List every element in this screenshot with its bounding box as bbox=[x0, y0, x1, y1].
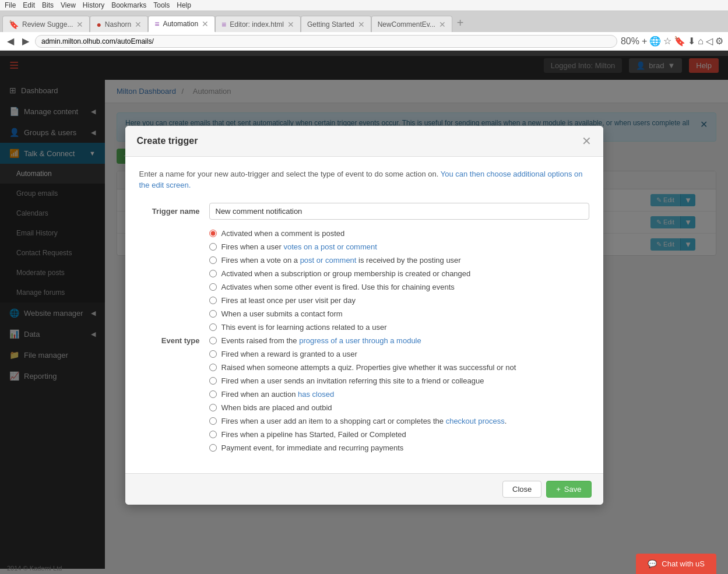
zoom-plus[interactable]: + bbox=[642, 36, 647, 47]
radio-payment[interactable] bbox=[209, 444, 217, 452]
option-pipeline: Fires when a pipeline has Started, Faile… bbox=[209, 430, 589, 439]
vote-post-link[interactable]: post or comment bbox=[300, 256, 357, 265]
radio-reward-granted[interactable] bbox=[209, 350, 217, 358]
tab-add-button[interactable]: + bbox=[452, 16, 469, 30]
radio-other-event[interactable] bbox=[209, 283, 217, 291]
option-cart-checkout: Fires when a user add an item to a shopp… bbox=[209, 417, 589, 425]
tab-automation[interactable]: ≡ Automation ✕ bbox=[148, 16, 215, 32]
option-vote-received: Fires when a vote on a post or comment i… bbox=[209, 256, 589, 265]
dialog-desc-link[interactable]: You can then choose additional options o… bbox=[139, 170, 583, 190]
trigger-name-input[interactable] bbox=[209, 203, 589, 220]
option-reward-granted: Fired when a reward is granted to a user bbox=[209, 350, 589, 358]
progress-link[interactable]: progress of a user through a module bbox=[299, 336, 421, 345]
dialog-footer: Close + Save bbox=[125, 473, 603, 505]
radio-contact-form[interactable] bbox=[209, 310, 217, 318]
dialog-header: Create trigger ✕ bbox=[125, 126, 603, 157]
menu-help[interactable]: Help bbox=[177, 1, 191, 9]
tab-label-getting-started: Getting Started bbox=[307, 20, 354, 29]
label-module-progress[interactable]: Events raised from the progress of a use… bbox=[221, 336, 421, 345]
label-pipeline[interactable]: Fires when a pipeline has Started, Faile… bbox=[221, 430, 406, 439]
radio-bids-placed[interactable] bbox=[209, 404, 217, 411]
forward-button[interactable]: ▶ bbox=[20, 34, 31, 48]
dialog-title: Create trigger bbox=[137, 136, 198, 146]
label-comment-posted[interactable]: Activated when a comment is posted bbox=[221, 229, 345, 238]
label-other-event[interactable]: Activates when some other event is fired… bbox=[221, 283, 455, 291]
save-button[interactable]: + Save bbox=[546, 481, 591, 498]
tab-close-getting-started[interactable]: ✕ bbox=[358, 20, 365, 29]
tab-nashorn[interactable]: ● Nashorn ✕ bbox=[90, 16, 148, 32]
auction-link[interactable]: has closed bbox=[298, 390, 334, 399]
option-comment-posted: Activated when a comment is posted bbox=[209, 229, 589, 238]
tools-icon[interactable]: ⚙ bbox=[715, 36, 723, 47]
radio-quiz-attempt[interactable] bbox=[209, 364, 217, 371]
option-bids-placed: When bids are placed and outbid bbox=[209, 403, 589, 412]
radio-per-visit[interactable] bbox=[209, 297, 217, 304]
dialog-overlay: Create trigger ✕ Enter a name for your n… bbox=[0, 56, 728, 569]
menu-bookmarks[interactable]: Bookmarks bbox=[111, 1, 146, 9]
radio-comment-posted[interactable] bbox=[209, 230, 217, 237]
tab-review[interactable]: 🔖 Review Sugge... ✕ bbox=[2, 16, 90, 32]
checkout-link[interactable]: checkout process bbox=[446, 417, 505, 425]
star-icon[interactable]: ☆ bbox=[663, 36, 671, 47]
event-type-row: Event type Activated when a comment is p… bbox=[139, 229, 589, 452]
option-user-votes: Fires when a user votes on a post or com… bbox=[209, 242, 589, 251]
radio-auction-closed[interactable] bbox=[209, 390, 217, 398]
chat-widget[interactable]: 💬 Chat with uS bbox=[636, 554, 716, 569]
votes-link[interactable]: votes on a post or comment bbox=[283, 242, 377, 251]
tab-close-nashorn[interactable]: ✕ bbox=[135, 20, 142, 29]
label-subscription[interactable]: Activated when a subscription or group m… bbox=[221, 269, 471, 278]
option-subscription: Activated when a subscription or group m… bbox=[209, 269, 589, 278]
label-user-votes[interactable]: Fires when a user votes on a post or com… bbox=[221, 242, 377, 251]
menu-view[interactable]: View bbox=[61, 1, 76, 9]
home-icon[interactable]: ⌂ bbox=[698, 36, 704, 47]
radio-pipeline[interactable] bbox=[209, 431, 217, 438]
option-invitation: Fired when a user sends an invitation re… bbox=[209, 376, 589, 385]
tab-label-automation: Automation bbox=[163, 20, 198, 28]
label-cart-checkout[interactable]: Fires when a user add an item to a shopp… bbox=[221, 417, 507, 425]
label-quiz-attempt[interactable]: Raised when someone attempts a quiz. Pro… bbox=[221, 363, 516, 372]
radio-learning-actions[interactable] bbox=[209, 323, 217, 331]
label-reward-granted[interactable]: Fired when a reward is granted to a user bbox=[221, 350, 357, 358]
tab-close-automation[interactable]: ✕ bbox=[202, 19, 209, 29]
label-per-visit[interactable]: Fires at least once per user visit per d… bbox=[221, 296, 356, 305]
menu-edit[interactable]: Edit bbox=[23, 1, 35, 9]
label-invitation[interactable]: Fired when a user sends an invitation re… bbox=[221, 376, 484, 385]
menu-bits[interactable]: Bits bbox=[42, 1, 54, 9]
close-button[interactable]: Close bbox=[502, 481, 541, 498]
trigger-name-row: Trigger name bbox=[139, 203, 589, 220]
menu-tools[interactable]: Tools bbox=[153, 1, 170, 9]
tab-close-newcomment[interactable]: ✕ bbox=[439, 20, 446, 29]
address-input[interactable] bbox=[35, 35, 617, 48]
event-type-options: Activated when a comment is posted Fires… bbox=[209, 229, 589, 452]
share-icon[interactable]: ◁ bbox=[706, 36, 713, 47]
globe-icon: 🌐 bbox=[649, 36, 661, 47]
option-payment: Payment event, for immediate and recurri… bbox=[209, 443, 589, 452]
label-learning-actions[interactable]: This event is for learning actions relat… bbox=[221, 323, 387, 332]
tab-close-review[interactable]: ✕ bbox=[76, 20, 83, 29]
tab-newcomment[interactable]: NewCommentEv... ✕ bbox=[371, 16, 452, 32]
radio-user-votes[interactable] bbox=[209, 243, 217, 251]
tab-editor[interactable]: ≡ Editor: index.html ✕ bbox=[215, 16, 301, 32]
radio-module-progress[interactable] bbox=[209, 337, 217, 344]
label-auction-closed[interactable]: Fired when an auction has closed bbox=[221, 390, 335, 399]
back-button[interactable]: ◀ bbox=[5, 34, 16, 48]
radio-subscription[interactable] bbox=[209, 270, 217, 277]
browser-menu-bar: File Edit Bits View History Bookmarks To… bbox=[0, 0, 728, 11]
trigger-name-label: Trigger name bbox=[139, 207, 209, 216]
label-vote-received[interactable]: Fires when a vote on a post or comment i… bbox=[221, 256, 461, 265]
bookmark-icon[interactable]: 🔖 bbox=[674, 36, 685, 47]
radio-vote-received[interactable] bbox=[209, 256, 217, 264]
tab-getting-started[interactable]: Getting Started ✕ bbox=[301, 16, 371, 32]
tab-close-editor[interactable]: ✕ bbox=[287, 20, 294, 29]
option-contact-form: When a user submits a contact form bbox=[209, 309, 589, 318]
menu-history[interactable]: History bbox=[83, 1, 104, 9]
download-icon[interactable]: ⬇ bbox=[688, 36, 695, 47]
label-contact-form[interactable]: When a user submits a contact form bbox=[221, 309, 343, 318]
label-payment[interactable]: Payment event, for immediate and recurri… bbox=[221, 443, 404, 452]
menu-file[interactable]: File bbox=[5, 1, 16, 9]
radio-cart-checkout[interactable] bbox=[209, 417, 217, 425]
label-bids-placed[interactable]: When bids are placed and outbid bbox=[221, 403, 332, 412]
dialog-close-button[interactable]: ✕ bbox=[582, 134, 592, 148]
event-type-label: Event type bbox=[139, 336, 209, 345]
radio-invitation[interactable] bbox=[209, 377, 217, 385]
